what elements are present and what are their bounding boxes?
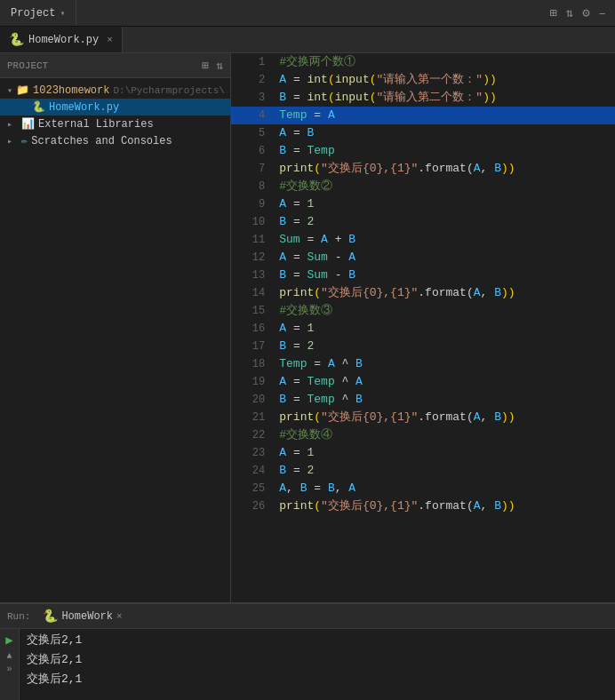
code-line-8: 8#交换数②	[231, 178, 615, 195]
line-content-24[interactable]: B = 2	[276, 462, 615, 480]
code-line-23: 23A = 1	[231, 444, 615, 462]
sidebar-item-external-libs[interactable]: ▸ 📊 External Libraries	[0, 115, 230, 132]
token: (	[328, 73, 335, 86]
token: #交换数③	[279, 304, 332, 317]
line-content-1[interactable]: #交换两个数①	[276, 53, 615, 71]
token: int	[307, 73, 327, 86]
token: =	[286, 446, 307, 459]
token: int	[307, 91, 327, 104]
line-content-18[interactable]: Temp = A ^ B	[276, 355, 615, 373]
line-content-14[interactable]: print("交换后{0},{1}".format(A, B))	[276, 284, 615, 302]
token: A	[474, 286, 481, 299]
line-content-26[interactable]: print("交换后{0},{1}".format(A, B))	[276, 497, 615, 515]
code-editor[interactable]: 1#交换两个数①2A = int(input("请输入第一个数："))3B = …	[231, 53, 615, 602]
code-line-4: 4Temp = A	[231, 107, 615, 124]
token: =	[286, 268, 307, 282]
token: Temp	[279, 357, 307, 370]
code-line-13: 13B = Sum - B	[231, 266, 615, 284]
sidebar-icon1[interactable]: ⊞	[202, 59, 209, 73]
token: B	[348, 268, 355, 282]
code-line-11: 11Sum = A + B	[231, 231, 615, 249]
line-number-5: 5	[231, 124, 276, 142]
line-content-3[interactable]: B = int(input("请输入第二个数："))	[276, 89, 615, 107]
double-arrow-button[interactable]: »	[6, 664, 12, 674]
line-content-20[interactable]: B = Temp ^ B	[276, 391, 615, 409]
bottom-run-tab[interactable]: 🐍 HomeWork ×	[36, 604, 129, 628]
token: ,	[481, 162, 495, 175]
token: ,	[481, 410, 495, 424]
token: B	[355, 393, 363, 406]
run-play-button[interactable]: ▶	[5, 632, 12, 648]
minimize-icon[interactable]: –	[599, 6, 606, 20]
line-content-21[interactable]: print("交换后{0},{1}".format(A, B))	[276, 409, 615, 426]
token: "请输入第一个数："	[377, 73, 483, 86]
code-line-26: 26print("交换后{0},{1}".format(A, B))	[231, 497, 615, 515]
token: =	[308, 481, 328, 495]
token: A	[279, 73, 286, 86]
token: .format(	[418, 499, 473, 513]
line-content-2[interactable]: A = int(input("请输入第一个数："))	[276, 71, 615, 89]
line-number-21: 21	[231, 409, 276, 426]
line-content-25[interactable]: A, B = B, A	[276, 480, 615, 497]
token: 2	[307, 339, 314, 353]
token: =	[286, 251, 307, 264]
sidebar-icon2[interactable]: ⇅	[216, 59, 223, 73]
token: ))	[501, 410, 515, 424]
token: .format(	[418, 162, 473, 175]
token: A	[279, 375, 286, 388]
token: #交换两个数①	[279, 55, 355, 68]
project-dropdown-arrow: ▾	[60, 8, 65, 19]
lib-arrow: ▸	[7, 119, 18, 130]
line-content-22[interactable]: #交换数④	[276, 426, 615, 444]
token: =	[286, 126, 307, 139]
line-content-11[interactable]: Sum = A + B	[276, 231, 615, 249]
layout-icon[interactable]: ⊞	[549, 5, 556, 20]
token: A	[279, 126, 286, 139]
token: Sum	[307, 268, 327, 282]
sidebar-item-root[interactable]: ▾ 📁 1023homework D:\Pycharmprojects\	[0, 82, 230, 99]
line-number-26: 26	[231, 497, 276, 515]
main-layout: Project ⊞ ⇅ ▾ 📁 1023homework D:\Pycharmp…	[0, 53, 615, 602]
line-content-6[interactable]: B = Temp	[276, 142, 615, 160]
scratch-arrow: ▸	[7, 136, 18, 147]
tab-close-button[interactable]: ×	[107, 35, 113, 45]
sidebar-item-homework[interactable]: 🐍 HomeWork.py	[0, 99, 230, 115]
line-content-12[interactable]: A = Sum - A	[276, 249, 615, 266]
sidebar-item-scratches[interactable]: ▸ ✏ Scratches and Consoles	[0, 132, 230, 149]
token: B	[300, 481, 308, 495]
line-content-8[interactable]: #交换数②	[276, 178, 615, 195]
line-content-16[interactable]: A = 1	[276, 320, 615, 338]
token: ,	[481, 286, 495, 299]
token: A	[348, 481, 355, 495]
code-scroll-area[interactable]: 1#交换两个数①2A = int(input("请输入第一个数："))3B = …	[231, 53, 615, 602]
line-content-9[interactable]: A = 1	[276, 195, 615, 213]
token: =	[286, 91, 307, 104]
line-content-19[interactable]: A = Temp ^ A	[276, 373, 615, 391]
line-content-7[interactable]: print("交换后{0},{1}".format(A, B))	[276, 160, 615, 178]
token: "交换后{0},{1}"	[321, 162, 418, 175]
token: B	[328, 481, 335, 495]
code-line-5: 5A = B	[231, 124, 615, 142]
project-selector[interactable]: Project ▾	[0, 0, 76, 26]
arrange-icon[interactable]: ⇅	[566, 5, 573, 20]
line-number-9: 9	[231, 195, 276, 213]
token: (	[314, 410, 321, 424]
bottom-tab-close[interactable]: ×	[116, 611, 123, 622]
line-content-17[interactable]: B = 2	[276, 338, 615, 355]
settings-icon[interactable]: ⚙	[582, 5, 589, 20]
scroll-up-button[interactable]: ▲	[6, 651, 12, 661]
editor-tab[interactable]: 🐍 HomeWork.py ×	[0, 27, 123, 52]
scratch-label: Scratches and Consoles	[31, 135, 172, 147]
line-number-3: 3	[231, 89, 276, 107]
line-content-13[interactable]: B = Sum - B	[276, 266, 615, 284]
token: A	[328, 357, 335, 370]
line-content-10[interactable]: B = 2	[276, 213, 615, 231]
line-content-5[interactable]: A = B	[276, 124, 615, 142]
line-content-15[interactable]: #交换数③	[276, 302, 615, 320]
line-content-4[interactable]: Temp = A	[276, 107, 615, 124]
token: A	[321, 233, 328, 246]
token: Sum	[279, 233, 300, 246]
title-bar: Project ▾ ⊞ ⇅ ⚙ –	[0, 0, 615, 27]
line-content-23[interactable]: A = 1	[276, 444, 615, 462]
token: A	[279, 197, 286, 211]
